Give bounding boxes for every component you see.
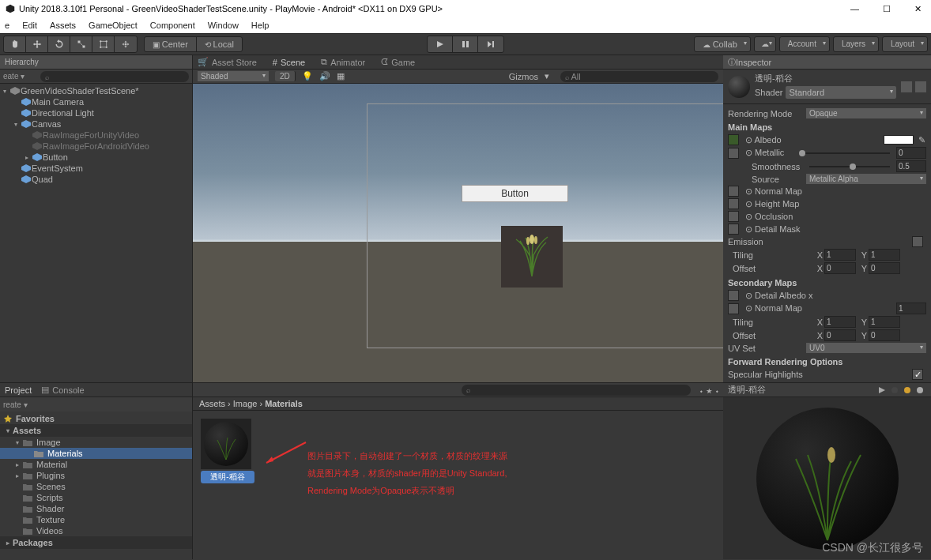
uvset-dropdown[interactable]: UV0: [806, 343, 926, 353]
rendering-mode-dropdown[interactable]: Opaque: [806, 108, 926, 118]
preview-area[interactable]: [723, 397, 931, 559]
normalmap2-texture[interactable]: [728, 303, 739, 314]
tiling2-x[interactable]: [824, 316, 856, 328]
preview-play-icon[interactable]: [878, 386, 886, 394]
folder-scenes[interactable]: Scenes: [0, 481, 192, 492]
minimize-button[interactable]: —: [846, 4, 864, 14]
asset-material[interactable]: 透明-稻谷: [201, 419, 254, 551]
tab-project[interactable]: Project: [5, 385, 32, 395]
tiling-x[interactable]: [824, 249, 856, 261]
account-dropdown[interactable]: Account: [779, 36, 830, 52]
bc-image[interactable]: Image: [233, 399, 258, 408]
shaded-dropdown[interactable]: Shaded: [198, 71, 269, 81]
source-dropdown[interactable]: Metallic Alpha: [806, 174, 926, 184]
offset2-y[interactable]: [869, 329, 900, 341]
layers-dropdown[interactable]: Layers: [833, 36, 879, 52]
tree-canvas[interactable]: ▾Canvas: [0, 118, 192, 130]
inspector-settings-icons[interactable]: [901, 81, 926, 92]
normalmap-texture[interactable]: [728, 186, 739, 197]
bc-materials[interactable]: Materials: [265, 399, 303, 408]
metallic-texture[interactable]: [728, 148, 739, 159]
folder-scripts[interactable]: Scripts: [0, 492, 192, 503]
detailmask-texture[interactable]: [728, 224, 739, 235]
preview-dot1-icon[interactable]: [891, 386, 899, 394]
detail-albedo-texture[interactable]: [728, 290, 739, 301]
eyedropper-icon[interactable]: ✎: [918, 135, 926, 145]
smoothness-value[interactable]: [896, 160, 926, 172]
normalmap2-value[interactable]: [896, 303, 926, 314]
move-tool[interactable]: [26, 36, 48, 52]
tab-scene[interactable]: # Scene: [273, 58, 305, 67]
folder-material[interactable]: ▸Material: [0, 459, 192, 470]
folder-materials[interactable]: Materials: [0, 448, 192, 459]
assets-header[interactable]: ▾Assets: [0, 424, 192, 437]
emission-checkbox[interactable]: [912, 236, 923, 247]
menu-assets[interactable]: Assets: [50, 21, 76, 30]
tree-rawimage1[interactable]: RawImageForUnityVideo: [0, 130, 192, 141]
folder-shader[interactable]: Shader: [0, 503, 192, 514]
audio-icon[interactable]: 🔊: [319, 71, 330, 81]
project-create[interactable]: reate ▾: [3, 400, 28, 409]
preview-dot3-icon[interactable]: [916, 386, 924, 394]
close-button[interactable]: ✕: [910, 4, 926, 14]
tree-rawimage2[interactable]: RawImageForAndroidVideo: [0, 141, 192, 152]
preview-dot2-icon[interactable]: [903, 386, 911, 394]
occlusion-texture[interactable]: [728, 211, 739, 222]
hierarchy-tab[interactable]: Hierarchy: [0, 55, 192, 70]
folder-videos[interactable]: Videos: [0, 525, 192, 536]
filter-icons[interactable]: ⬩ ★ ⬩: [699, 385, 720, 395]
albedo-texture[interactable]: [728, 134, 739, 145]
tree-scene[interactable]: ▾GreenVideoShaderTestScene*: [0, 85, 192, 96]
tree-eventsystem[interactable]: EventSystem: [0, 163, 192, 174]
tab-animator[interactable]: ⧉ Animator: [321, 57, 365, 67]
collab-dropdown[interactable]: ☁ Collab: [694, 36, 751, 52]
tree-camera[interactable]: Main Camera: [0, 96, 192, 107]
tab-game[interactable]: ᗧ Game: [381, 57, 415, 67]
folder-texture[interactable]: Texture: [0, 514, 192, 525]
transform-tool[interactable]: [115, 36, 137, 52]
layout-dropdown[interactable]: Layout: [882, 36, 928, 52]
smoothness-slider[interactable]: [809, 166, 890, 167]
metallic-value[interactable]: [896, 147, 926, 159]
metallic-slider[interactable]: [799, 152, 890, 154]
tab-console[interactable]: ▤ Console: [41, 385, 84, 395]
center-toggle[interactable]: ▣ Center: [145, 37, 197, 51]
hand-tool[interactable]: [4, 36, 26, 52]
fx-icon[interactable]: ▦: [337, 71, 345, 81]
tiling-y[interactable]: [869, 249, 900, 261]
local-toggle[interactable]: ⟲ Local: [197, 37, 242, 51]
scene-view[interactable]: Button: [193, 84, 723, 382]
menu-window[interactable]: Window: [208, 21, 239, 30]
tree-light[interactable]: Directional Light: [0, 107, 192, 118]
tab-assetstore[interactable]: 🛒 Asset Store: [198, 57, 257, 67]
gizmos-dropdown[interactable]: Gizmos: [509, 72, 538, 81]
scale-tool[interactable]: [70, 36, 92, 52]
play-button[interactable]: [428, 36, 453, 52]
lighting-icon[interactable]: 💡: [302, 71, 313, 81]
bc-assets[interactable]: Assets: [199, 399, 225, 408]
albedo-color[interactable]: [884, 135, 914, 145]
cloud-button[interactable]: ☁: [754, 36, 776, 52]
menu-component[interactable]: Component: [150, 21, 195, 30]
maximize-button[interactable]: ☐: [878, 4, 895, 14]
pause-button[interactable]: [453, 36, 478, 52]
menu-file[interactable]: e: [5, 21, 9, 30]
offset-y[interactable]: [869, 262, 900, 274]
menu-help[interactable]: Help: [251, 21, 270, 30]
packages-header[interactable]: ▸Packages: [0, 536, 192, 549]
specular-checkbox[interactable]: ✓: [912, 369, 923, 380]
hierarchy-search[interactable]: ⌕: [40, 71, 189, 82]
2d-toggle[interactable]: 2D: [275, 71, 296, 81]
tree-button[interactable]: ▸Button: [0, 152, 192, 163]
tree-quad[interactable]: Quad: [0, 174, 192, 185]
menu-edit[interactable]: Edit: [22, 21, 37, 30]
shader-dropdown[interactable]: Standard: [786, 86, 896, 99]
scene-search[interactable]: ⌕ All: [560, 71, 718, 82]
rotate-tool[interactable]: [48, 36, 70, 52]
folder-plugins[interactable]: ▸Plugins: [0, 470, 192, 481]
menu-gameobject[interactable]: GameObject: [89, 21, 138, 30]
hierarchy-create[interactable]: eate ▾: [3, 72, 24, 81]
step-button[interactable]: [478, 36, 503, 52]
inspector-tab[interactable]: ⓘ Inspector: [723, 55, 931, 70]
offset-x[interactable]: [824, 262, 856, 274]
